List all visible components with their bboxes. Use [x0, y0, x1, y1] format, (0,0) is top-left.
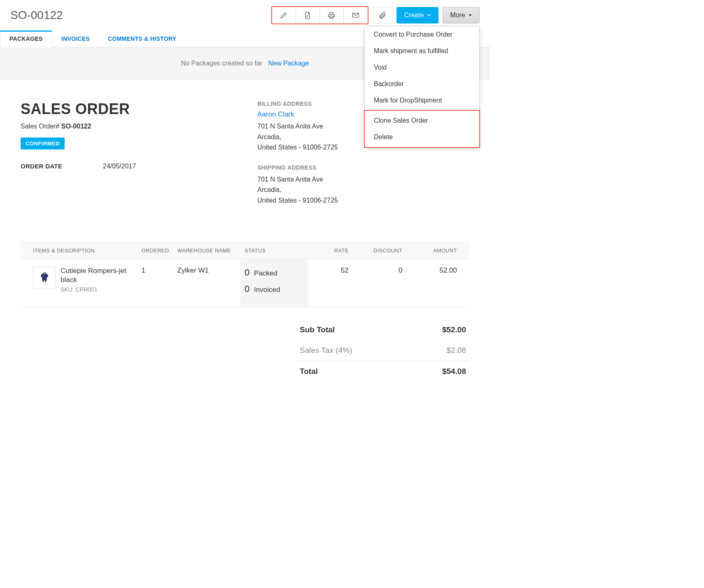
pencil-icon [280, 11, 288, 19]
new-package-link[interactable]: New Package [268, 60, 309, 67]
pdf-icon [303, 11, 312, 19]
th-amount: AMOUNT [406, 242, 469, 259]
packed-label: Packed [254, 269, 277, 277]
table-row: Cutiepie Rompers-jet black SKU: CPR001 1… [21, 259, 469, 307]
so-number-label: Sales Order# [21, 123, 59, 130]
menu-backorder[interactable]: Backorder [365, 76, 479, 92]
shipping-line2: Arcadia, [257, 184, 469, 195]
more-button[interactable]: More [443, 7, 480, 23]
item-sku: SKU: CPR001 [61, 286, 133, 293]
totals-block: Sub Total $52.00 Sales Tax (4%) $2.08 To… [296, 320, 469, 382]
tax-value: $2.08 [446, 346, 466, 355]
subtotal-label: Sub Total [300, 325, 335, 334]
romper-icon [37, 271, 51, 285]
shipping-label: SHIPPING ADDRESS [257, 164, 469, 171]
item-name: Cutiepie Rompers-jet black [61, 266, 133, 285]
mail-icon [352, 11, 360, 19]
order-date-value: 24/05/2017 [103, 163, 136, 170]
sales-order-number: Sales Order# SO-00122 [21, 123, 233, 130]
more-dropdown: Convert to Purchase Order Mark shipment … [364, 26, 480, 147]
menu-dropshipment[interactable]: Mark for DropShipment [365, 92, 479, 109]
th-discount: DISCOUNT [353, 242, 407, 259]
caret-down-icon [469, 14, 472, 16]
th-items: ITEMS & DESCRIPTION [21, 242, 137, 259]
menu-clone[interactable]: Clone Sales Order [365, 112, 479, 129]
subtotal-row: Sub Total $52.00 [296, 320, 469, 340]
tax-row: Sales Tax (4%) $2.08 [296, 340, 469, 361]
items-table: ITEMS & DESCRIPTION ORDERED WAREHOUSE NA… [21, 242, 469, 307]
print-button[interactable] [320, 7, 344, 23]
edit-button[interactable] [272, 7, 296, 23]
menu-void[interactable]: Void [365, 59, 479, 76]
cell-discount: 0 [353, 259, 407, 307]
document-heading: SALES ORDER [21, 100, 233, 118]
invoiced-count: 0 [245, 284, 249, 294]
th-status: STATUS [240, 242, 308, 259]
paperclip-icon [378, 11, 387, 19]
order-date-label: ORDER DATE [21, 163, 103, 170]
total-row: Total $54.08 [296, 361, 469, 382]
so-number-value: SO-00122 [61, 123, 91, 130]
pdf-button[interactable] [296, 7, 320, 23]
status-packed: 0 Packed [245, 266, 304, 283]
status-invoiced: 0 Invoiced [245, 283, 304, 299]
tab-invoices[interactable]: INVOICES [52, 30, 99, 47]
shipping-line3: United States - 91006-2725 [257, 195, 469, 206]
page-title: SO-00122 [10, 9, 63, 22]
invoiced-label: Invoiced [254, 286, 280, 294]
shipping-address-block: SHIPPING ADDRESS 701 N Santa Anita Ave A… [257, 164, 469, 206]
packed-count: 0 [245, 267, 249, 278]
create-label: Create [404, 12, 424, 19]
attach-button[interactable] [373, 7, 392, 23]
th-rate: RATE [308, 242, 353, 259]
status-badge: CONFIRMED [21, 138, 65, 149]
cell-ordered: 1 [137, 259, 173, 307]
cell-warehouse: Zylker W1 [173, 259, 241, 307]
tax-label: Sales Tax (4%) [300, 346, 352, 355]
no-packages-text: No Packages created so far [181, 60, 262, 67]
svg-rect-0 [352, 13, 359, 17]
menu-convert-po[interactable]: Convert to Purchase Order [365, 26, 479, 43]
more-label: More [450, 12, 465, 19]
total-label: Total [300, 367, 318, 376]
caret-down-icon [427, 14, 431, 16]
item-thumbnail [33, 266, 56, 289]
th-ordered: ORDERED [137, 242, 173, 259]
menu-mark-fulfilled[interactable]: Mark shipment as fulfilled [365, 43, 479, 59]
th-warehouse: WAREHOUSE NAME [173, 242, 241, 259]
menu-highlight-section: Clone Sales Order Delete [364, 110, 480, 148]
action-icon-group [271, 6, 368, 24]
cell-amount: 52.00 [406, 259, 469, 307]
svg-point-1 [44, 273, 45, 274]
total-value: $54.08 [442, 367, 466, 376]
shipping-line1: 701 N Santa Anita Ave [257, 174, 469, 185]
tab-comments-history[interactable]: COMMENTS & HISTORY [99, 30, 185, 47]
create-button[interactable]: Create [396, 7, 438, 23]
printer-icon [327, 11, 336, 19]
tab-packages[interactable]: PACKAGES [0, 30, 52, 47]
header-actions: Create More Convert to Purchase Order Ma… [271, 6, 480, 24]
cell-rate: 52 [308, 259, 353, 307]
email-button[interactable] [344, 7, 368, 23]
subtotal-value: $52.00 [442, 325, 466, 334]
menu-delete[interactable]: Delete [365, 129, 479, 145]
